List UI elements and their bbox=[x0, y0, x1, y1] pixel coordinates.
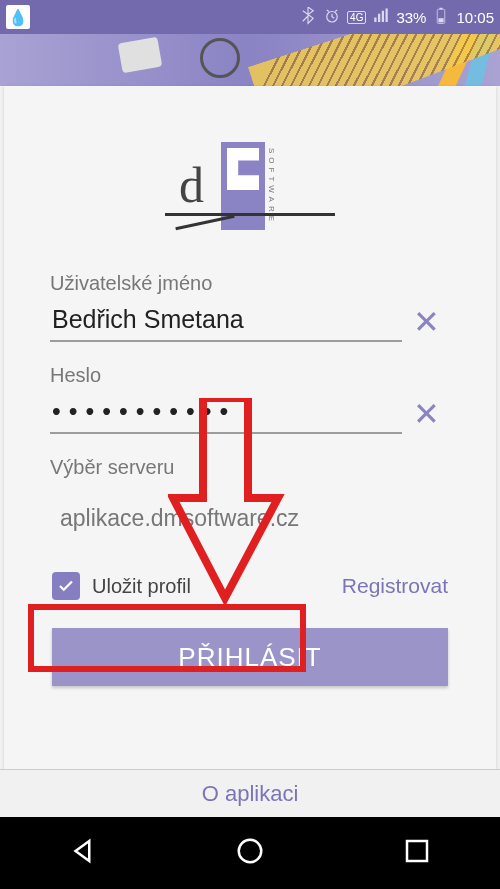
svg-rect-5 bbox=[407, 841, 427, 861]
save-profile-checkbox[interactable] bbox=[52, 572, 80, 600]
svg-rect-2 bbox=[440, 7, 443, 9]
status-bar: 💧 4G 33% 10:05 bbox=[0, 0, 500, 34]
close-icon: ✕ bbox=[413, 304, 440, 340]
triangle-back-icon bbox=[68, 836, 98, 866]
svg-rect-3 bbox=[439, 18, 444, 22]
username-label: Uživatelské jméno bbox=[50, 272, 450, 295]
banner-image bbox=[0, 34, 500, 86]
login-card: d SOFTWARE Uživatelské jméno ✕ Heslo ✕ bbox=[4, 86, 496, 769]
bluetooth-icon bbox=[299, 7, 317, 28]
home-button[interactable] bbox=[235, 836, 265, 870]
username-field-group: Uživatelské jméno ✕ bbox=[50, 272, 450, 342]
login-button[interactable]: PŘIHLÁSIT bbox=[52, 628, 448, 686]
clear-username-button[interactable]: ✕ bbox=[402, 306, 450, 338]
battery-percent: 33% bbox=[396, 9, 426, 26]
svg-point-4 bbox=[239, 840, 262, 863]
app-notification-icon: 💧 bbox=[6, 5, 30, 29]
close-icon: ✕ bbox=[413, 396, 440, 432]
status-bar-left: 💧 bbox=[6, 5, 30, 29]
signal-icon bbox=[372, 7, 390, 28]
status-bar-right: 4G 33% 10:05 bbox=[299, 7, 494, 28]
logo-letter: d bbox=[179, 156, 204, 214]
check-icon bbox=[57, 577, 75, 595]
password-input[interactable] bbox=[50, 393, 402, 434]
login-form: Uživatelské jméno ✕ Heslo ✕ Výběr server… bbox=[4, 272, 496, 686]
square-recents-icon bbox=[402, 836, 432, 866]
network-type-badge: 4G bbox=[347, 11, 366, 24]
android-nav-bar bbox=[0, 817, 500, 889]
battery-icon bbox=[432, 7, 450, 28]
server-label: Výběr serveru bbox=[50, 456, 450, 479]
save-profile-label: Uložit profil bbox=[92, 575, 191, 598]
logo: d SOFTWARE bbox=[4, 86, 496, 272]
username-input[interactable] bbox=[50, 301, 402, 342]
password-label: Heslo bbox=[50, 364, 450, 387]
alarm-icon bbox=[323, 7, 341, 28]
save-profile-option[interactable]: Uložit profil bbox=[52, 572, 191, 600]
clock-time: 10:05 bbox=[456, 9, 494, 26]
password-field-group: Heslo ✕ bbox=[50, 364, 450, 434]
about-link[interactable]: O aplikaci bbox=[0, 769, 500, 817]
clear-password-button[interactable]: ✕ bbox=[402, 398, 450, 430]
server-select[interactable]: aplikace.dmsoftware.cz bbox=[60, 505, 450, 532]
register-link[interactable]: Registrovat bbox=[342, 574, 448, 598]
circle-home-icon bbox=[235, 836, 265, 866]
back-button[interactable] bbox=[68, 836, 98, 870]
recents-button[interactable] bbox=[402, 836, 432, 870]
